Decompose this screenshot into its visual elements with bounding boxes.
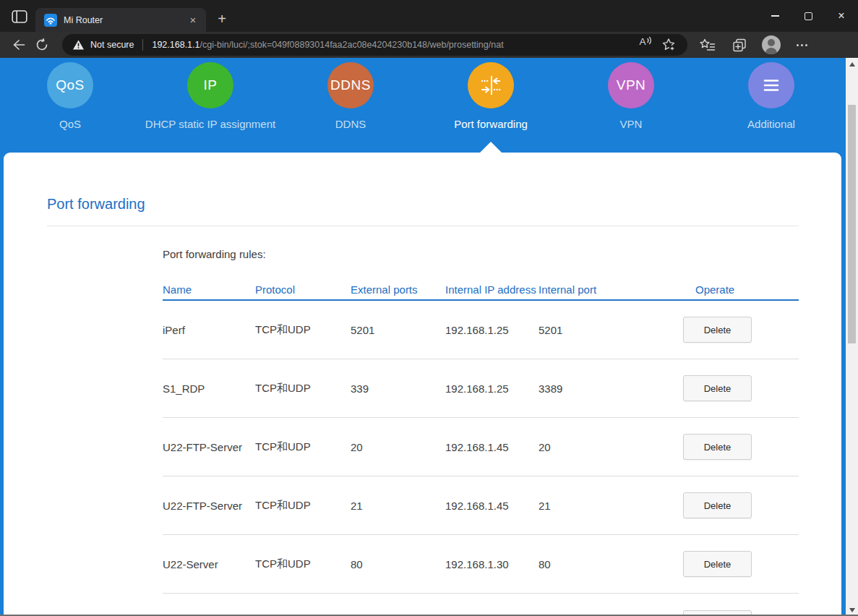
titlebar: Mi Router × + ×	[0, 0, 858, 32]
cell-protocol: TCP和UDP	[255, 323, 351, 337]
url-host: 192.168.1.1	[152, 40, 200, 50]
cell-protocol: TCP和UDP	[255, 557, 351, 571]
nav-badge-text: DDNS	[330, 77, 371, 93]
not-secure-warning-icon	[72, 39, 85, 51]
collections-icon[interactable]	[728, 35, 751, 55]
nav-item[interactable]: DDNS DDNS	[280, 58, 421, 153]
table-row: U22-FTP-Server TCP和UDP 21 192.168.1.45 2…	[163, 476, 799, 535]
delete-button[interactable]: Delete	[683, 317, 752, 343]
nav-item[interactable]: VPN VPN	[561, 58, 701, 153]
minimize-button[interactable]	[758, 0, 791, 32]
cell-protocol: TCP和UDP	[255, 440, 351, 454]
content-card: Port forwarding Port forwarding rules: N…	[4, 153, 841, 616]
security-label: Not secure	[90, 40, 134, 50]
back-icon[interactable]	[7, 35, 30, 55]
cell-protocol: TCP和UDP	[255, 382, 351, 395]
header-name: Name	[163, 283, 255, 297]
delete-button[interactable]: Delete	[683, 551, 752, 577]
cell-name: iPerf	[163, 324, 255, 336]
read-aloud-icon[interactable]: A	[635, 36, 656, 54]
router-top-nav: QoS QoS IP DHCP static IP assignment	[0, 58, 841, 153]
cell-protocol: TCP和UDP	[255, 499, 351, 513]
header-internal-port: Internal port	[539, 283, 683, 297]
page-title: Port forwarding	[47, 194, 841, 214]
favorites-bar-icon[interactable]	[696, 35, 719, 55]
nav-badge-text: QoS	[56, 77, 85, 93]
port-forwarding-table: Name Protocol External ports Internal IP…	[163, 283, 799, 616]
delete-button[interactable]: Delete	[683, 375, 752, 401]
cell-internal-ip: 192.168.1.45	[445, 441, 539, 453]
cell-internal-ip: 192.168.1.25	[445, 382, 539, 395]
table-row-partial: Delete	[163, 594, 799, 616]
cell-internal-port: 3389	[539, 382, 683, 395]
nav-badge-text: IP	[204, 77, 218, 93]
profile-avatar[interactable]	[760, 35, 783, 55]
nav-circle-icon[interactable]: QoS	[47, 62, 93, 108]
table-row: U22-FTP-Server TCP和UDP 20 192.168.1.45 2…	[163, 418, 799, 476]
cell-external-port: 5201	[351, 324, 445, 336]
browser-window: Mi Router × + × Not secure 192.168.1.1/c…	[0, 0, 858, 616]
nav-item-label: VPN	[561, 118, 701, 130]
cell-name: U22-Server	[163, 558, 255, 570]
nav-item-label: Additional	[701, 118, 841, 130]
header-external-ports: External ports	[351, 283, 445, 297]
address-separator	[142, 39, 143, 51]
rules-section-label: Port forwarding rules:	[163, 247, 841, 262]
header-internal-ip: Internal IP address	[445, 283, 539, 297]
settings-more-icon[interactable]	[790, 35, 813, 55]
nav-item[interactable]: IP DHCP static IP assignment	[140, 58, 280, 153]
url-path: /cgi-bin/luci/;stok=049f08893014faa2ac08…	[200, 40, 504, 50]
table-row: iPerf TCP和UDP 5201 192.168.1.25 5201 Del…	[163, 301, 799, 359]
nav-circle-icon[interactable]: DDNS	[327, 62, 374, 108]
nav-item-label: Port forwarding	[421, 118, 561, 130]
table-row: U22-Server TCP和UDP 80 192.168.1.30 80 De…	[163, 535, 799, 594]
cell-external-port: 20	[351, 441, 445, 453]
nav-item[interactable]: Additional	[701, 58, 841, 153]
active-tab-caret	[480, 142, 502, 153]
cell-external-port: 21	[351, 500, 445, 512]
header-protocol: Protocol	[255, 283, 351, 297]
refresh-icon[interactable]	[30, 35, 53, 55]
page-scrollbar[interactable]	[846, 58, 858, 616]
tab-workspaces-icon[interactable]	[7, 5, 32, 28]
menu-icon	[760, 74, 783, 97]
nav-badge-text: VPN	[617, 77, 646, 93]
table-header-row: Name Protocol External ports Internal IP…	[163, 283, 799, 297]
tab-close-icon[interactable]: ×	[186, 13, 200, 27]
tab-title: Mi Router	[64, 15, 186, 25]
new-tab-button[interactable]: +	[212, 9, 232, 29]
cell-internal-port: 80	[539, 558, 683, 570]
nav-item[interactable]: Port forwarding	[421, 58, 561, 153]
cell-external-port: 339	[351, 382, 445, 395]
nav-circle-icon[interactable]: VPN	[608, 62, 654, 108]
cell-internal-port: 5201	[539, 324, 683, 336]
nav-circle-icon[interactable]	[468, 62, 514, 108]
cell-name: U22-FTP-Server	[163, 441, 255, 453]
address-bar[interactable]: Not secure 192.168.1.1/cgi-bin/luci/;sto…	[62, 34, 687, 56]
scroll-up-icon[interactable]	[846, 58, 858, 70]
table-row: S1_RDP TCP和UDP 339 192.168.1.25 3389 Del…	[163, 359, 799, 418]
nav-item-label: QoS	[0, 118, 140, 130]
close-button[interactable]: ×	[825, 0, 858, 32]
nav-item-label: DDNS	[280, 118, 421, 130]
nav-circle-icon[interactable]: IP	[187, 62, 233, 108]
cell-name: U22-FTP-Server	[163, 500, 255, 512]
cell-internal-ip: 192.168.1.30	[445, 558, 539, 570]
title-divider	[47, 226, 799, 226]
nav-item-label: DHCP static IP assignment	[140, 118, 280, 130]
delete-button[interactable]: Delete	[683, 434, 752, 460]
delete-button[interactable]: Delete	[683, 492, 752, 518]
nav-item[interactable]: QoS QoS	[0, 58, 140, 153]
url-text: 192.168.1.1/cgi-bin/luci/;stok=049f08893…	[152, 40, 632, 50]
cell-internal-ip: 192.168.1.45	[445, 500, 539, 512]
port-forwarding-icon	[478, 72, 504, 98]
nav-circle-icon[interactable]	[748, 62, 794, 108]
cell-internal-port: 21	[539, 500, 683, 512]
cell-internal-port: 20	[539, 441, 683, 453]
scrollbar-thumb[interactable]	[848, 105, 856, 343]
browser-tab[interactable]: Mi Router ×	[35, 8, 206, 32]
cell-external-port: 80	[351, 558, 445, 570]
add-favorite-icon[interactable]	[658, 36, 679, 54]
cell-name: S1_RDP	[163, 382, 255, 395]
maximize-button[interactable]	[791, 0, 825, 32]
